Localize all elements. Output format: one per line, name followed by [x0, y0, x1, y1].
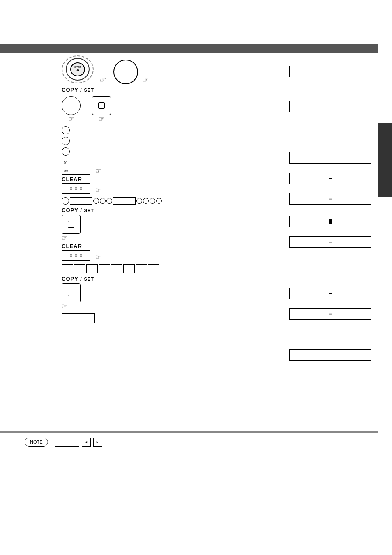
dots-panel	[62, 183, 90, 194]
sequence-row	[62, 197, 162, 205]
start-label: START ⊕	[74, 66, 81, 73]
bottom-section: NOTE ◄ ►	[25, 438, 102, 447]
step5-section: COPY / SET ☞ CLEAR ☞	[62, 197, 162, 261]
note-box: NOTE	[25, 438, 48, 447]
step-circle-1	[62, 126, 70, 134]
hand-icon-5: ☞	[95, 167, 101, 175]
instr-box-6	[289, 216, 371, 227]
nav-right-btn[interactable]: ►	[93, 438, 102, 447]
dot-3	[80, 187, 82, 190]
start-button-complex[interactable]: START ⊕	[62, 55, 95, 84]
step2-section: ☞ ☞	[62, 96, 162, 123]
seq-sm-circle-4	[136, 198, 142, 204]
clear-label-2: CLEAR	[62, 243, 162, 249]
square-inner-3	[68, 290, 74, 296]
seq-circle-1	[62, 197, 69, 205]
square-button-3[interactable]	[62, 283, 81, 302]
hand-icon-7: ☞	[62, 234, 67, 242]
instr-box-4: –	[289, 173, 371, 184]
nav-area: ◄ ►	[55, 438, 102, 447]
block-row	[62, 264, 162, 273]
step6-section: COPY / SET ☞	[62, 264, 162, 323]
square-btn-area[interactable]: ☞	[92, 96, 111, 123]
display-box: 01 ............ 09	[62, 159, 90, 175]
step5-btn-area: ☞	[62, 215, 162, 242]
nav-left-btn[interactable]: ◄	[82, 438, 91, 447]
instr-box-5: –	[289, 193, 371, 205]
small-rect-area	[62, 313, 162, 323]
instr-box-1	[289, 66, 371, 77]
dots-panel-2	[62, 250, 90, 261]
block-4	[99, 264, 110, 273]
start-pointer: ☞	[99, 75, 106, 84]
instr-box-10	[289, 349, 371, 361]
dot-1	[70, 187, 72, 190]
start-inner-btn[interactable]: START ⊕	[70, 62, 85, 76]
block-8	[148, 264, 159, 273]
step6-btn-area: ☞	[62, 283, 162, 310]
dot-5	[75, 254, 77, 257]
instr-box-9: –	[289, 308, 371, 320]
seq-sm-circle-5	[143, 198, 149, 204]
square-button[interactable]	[92, 96, 111, 115]
dots-panel-row: ☞	[62, 183, 162, 194]
footer-bar	[0, 431, 378, 433]
hand-icon-6: ☞	[95, 186, 101, 194]
display-bottom: 09	[64, 169, 68, 173]
step4-section: 01 ............ 09 ☞ CLEAR ☞	[62, 159, 162, 194]
block-5	[111, 264, 122, 273]
circle-btn-left[interactable]: ☞	[62, 96, 81, 123]
hand-icon: ☞	[99, 75, 106, 84]
square-inner	[98, 102, 105, 109]
seq-sm-circle-2	[100, 198, 106, 204]
hand-icon-3: ☞	[68, 115, 74, 123]
knob-pointer: ☞	[142, 75, 149, 84]
main-content: START ⊕ ☞ ☞ COPY / SET	[62, 55, 162, 327]
square-button-2[interactable]	[62, 215, 81, 234]
dot-2	[75, 187, 77, 190]
display-dots: ............	[64, 165, 85, 169]
dots-panel-row-2: ☞	[62, 250, 162, 261]
bottom-small-rect	[55, 438, 79, 447]
hand-icon-4: ☞	[99, 115, 104, 123]
dot-6	[80, 254, 82, 257]
step1-row: START ⊕ ☞ ☞	[62, 55, 162, 84]
block-6	[123, 264, 135, 273]
cursor-indicator	[329, 219, 332, 224]
block-3	[86, 264, 98, 273]
copy-set-label-3: COPY / SET	[62, 276, 162, 282]
instr-box-7: –	[289, 236, 371, 248]
right-side-tab	[378, 123, 392, 197]
seq-rect-2	[113, 197, 136, 205]
step1-section: START ⊕ ☞ ☞ COPY / SET	[62, 55, 162, 93]
large-circle-knob[interactable]	[113, 60, 138, 84]
copy-set-label-2: COPY / SET	[62, 207, 162, 213]
seq-sm-circle-6	[150, 198, 155, 204]
block-1	[62, 264, 73, 273]
small-rect-box	[62, 313, 95, 323]
step3-section	[62, 126, 162, 156]
display-top: 01	[64, 161, 68, 165]
clear-label-1: CLEAR	[62, 176, 162, 182]
step4-row: 01 ............ 09 ☞	[62, 159, 162, 175]
seq-sm-circle-1	[93, 198, 99, 204]
header-bar: MEMORY RANGE	[0, 44, 378, 53]
hand-icon-8: ☞	[95, 253, 101, 261]
hand-icon-9: ☞	[62, 302, 67, 310]
block-7	[136, 264, 147, 273]
seq-sm-circle-7	[156, 198, 162, 204]
seq-sm-circle-3	[106, 198, 112, 204]
middle-ring: START ⊕	[66, 58, 90, 81]
seq-rect-1	[70, 197, 92, 205]
step-circles-group	[62, 126, 162, 156]
dot-4	[70, 254, 72, 257]
block-2	[74, 264, 85, 273]
copy-set-label-1: COPY / SET	[62, 87, 162, 93]
instr-box-3	[289, 152, 371, 164]
hand-icon-2: ☞	[142, 75, 149, 84]
instr-box-8: –	[289, 288, 371, 299]
step-circle-2	[62, 137, 70, 145]
square-inner-2	[68, 221, 74, 228]
circle-button-left[interactable]	[62, 96, 81, 115]
instr-box-2	[289, 101, 371, 112]
